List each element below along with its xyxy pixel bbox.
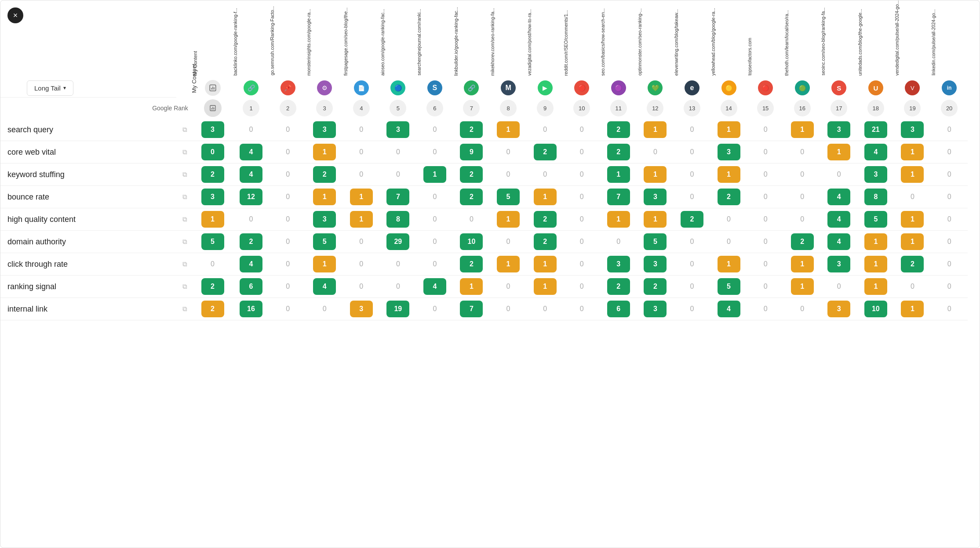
keyword-label: core web vital xyxy=(7,148,56,156)
cell-value: 0 xyxy=(277,256,299,272)
col-header-19: vendedigital.com/pulse/all-2024-go... xyxy=(894,0,931,78)
cell-value: 4 xyxy=(240,256,262,272)
cell-value: 29 xyxy=(386,233,409,250)
copy-icon[interactable]: ⧉ xyxy=(182,148,187,156)
keyword-label: domain authority xyxy=(7,237,66,246)
rank-15: 15 xyxy=(757,100,774,116)
cell-value: 0 xyxy=(350,144,373,160)
close-button[interactable]: × xyxy=(7,7,23,23)
cell-value: 3 xyxy=(386,121,409,138)
cell-value: 0 xyxy=(754,256,777,272)
cell-value: 4 xyxy=(313,278,336,295)
cell-value: 0 xyxy=(938,121,961,138)
cell-value: 0 xyxy=(938,166,961,183)
cell-value: 3 xyxy=(827,256,850,272)
cell-value: 0 xyxy=(938,211,961,228)
keyword-row: bounce rate⧉3120117025107302004800 xyxy=(0,186,968,208)
copy-icon[interactable]: ⧉ xyxy=(182,283,187,290)
keyword-row: search query⧉3003030210021010132130 xyxy=(0,119,968,141)
cell-value: 0 xyxy=(681,278,703,295)
cell-value: 0 xyxy=(534,166,557,183)
rank-7: 7 xyxy=(463,100,480,116)
cell-value: 0 xyxy=(350,233,373,250)
copy-icon[interactable]: ⧉ xyxy=(182,260,187,268)
rank-1: 1 xyxy=(243,100,259,116)
cell-value: 0 xyxy=(827,278,850,295)
cell-value: 1 xyxy=(864,278,887,295)
cell-value: 2 xyxy=(534,211,557,228)
copy-icon[interactable]: ⧉ xyxy=(182,238,187,245)
keyword-label: bounce rate xyxy=(7,192,49,201)
col-header-9: vezadigital.com/post/how-to-ra... xyxy=(527,0,564,78)
rank-19: 19 xyxy=(904,100,921,116)
cell-value: 0 xyxy=(938,256,961,272)
cell-value: 0 xyxy=(423,301,446,317)
cell-value: 0 xyxy=(718,233,740,250)
site-icon-9: ▶ xyxy=(538,80,553,95)
cell-value: 1 xyxy=(644,121,667,138)
cell-value: 0 xyxy=(277,166,299,183)
cell-value: 1 xyxy=(791,121,814,138)
cell-value: 0 xyxy=(791,189,814,205)
cell-value: 7 xyxy=(386,189,409,205)
cell-value: 0 xyxy=(938,278,961,295)
site-icon-16: 🟢 xyxy=(795,80,810,95)
cell-value: 0 xyxy=(570,211,593,228)
site-icon-8: M xyxy=(501,80,516,95)
cell-value: 0 xyxy=(423,233,446,250)
cell-value: 4 xyxy=(827,233,850,250)
cell-value: 0 xyxy=(277,301,299,317)
copy-icon[interactable]: ⧉ xyxy=(182,193,187,200)
col-header-17: seoinc.com/seo-blog/ranking-fa... xyxy=(820,0,857,78)
cell-value: 0 xyxy=(681,301,703,317)
cell-value: 2 xyxy=(201,301,224,317)
cell-value: 10 xyxy=(864,301,887,317)
cell-value: 1 xyxy=(901,211,924,228)
site-icon-14: 🟡 xyxy=(721,80,736,95)
cell-value: 0 xyxy=(791,166,814,183)
cell-value: 5 xyxy=(201,233,224,250)
rank-18: 18 xyxy=(867,100,884,116)
cell-value: 1 xyxy=(497,211,520,228)
keyword-row: high quality content⧉1003180012011200045… xyxy=(0,208,968,231)
copy-icon[interactable]: ⧉ xyxy=(182,126,187,133)
cell-value: 0 xyxy=(277,233,299,250)
cell-value: 1 xyxy=(827,144,850,160)
longtail-dropdown[interactable]: Long Tail ▾ xyxy=(27,80,73,96)
keyword-label: high quality content xyxy=(7,215,76,224)
cell-value: 0 xyxy=(901,189,924,205)
cell-value: 0 xyxy=(718,211,740,228)
cell-value: 8 xyxy=(386,211,409,228)
cell-value: 0 xyxy=(497,166,520,183)
cell-value: 1 xyxy=(864,233,887,250)
cell-value: 16 xyxy=(240,301,262,317)
copy-icon[interactable]: ⧉ xyxy=(182,215,187,223)
cell-value: 0 xyxy=(534,121,557,138)
cell-value: 3 xyxy=(827,121,850,138)
site-icon-2: 📌 xyxy=(281,80,295,95)
cell-value: 4 xyxy=(423,278,446,295)
cell-value: 0 xyxy=(754,166,777,183)
site-icon-10: 🔴 xyxy=(574,80,589,95)
cell-value: 2 xyxy=(313,166,336,183)
cell-value: 19 xyxy=(386,301,409,317)
cell-value: 0 xyxy=(350,121,373,138)
copy-icon[interactable]: ⧉ xyxy=(182,171,187,178)
site-icon-15: 🔴 xyxy=(758,80,773,95)
cell-value: 3 xyxy=(644,256,667,272)
url-header-row: My Content backlinko.com/google-ranking-… xyxy=(0,0,968,78)
site-icon-12: 💚 xyxy=(648,80,663,95)
cell-value: 0 xyxy=(754,144,777,160)
cell-value: 5 xyxy=(644,233,667,250)
cell-value: 0 xyxy=(938,301,961,317)
cell-value: 0 xyxy=(570,189,593,205)
cell-value: 0 xyxy=(938,233,961,250)
col-header-13: elevenwriting.com/blog/takeaw... xyxy=(674,0,710,78)
cell-value: 0 xyxy=(277,278,299,295)
cell-value: 1 xyxy=(791,256,814,272)
cell-value: 1 xyxy=(864,256,887,272)
cell-value: 2 xyxy=(644,278,667,295)
cell-value: 0 xyxy=(277,144,299,160)
copy-icon[interactable]: ⧉ xyxy=(182,305,187,312)
cell-value: 0 xyxy=(754,211,777,228)
